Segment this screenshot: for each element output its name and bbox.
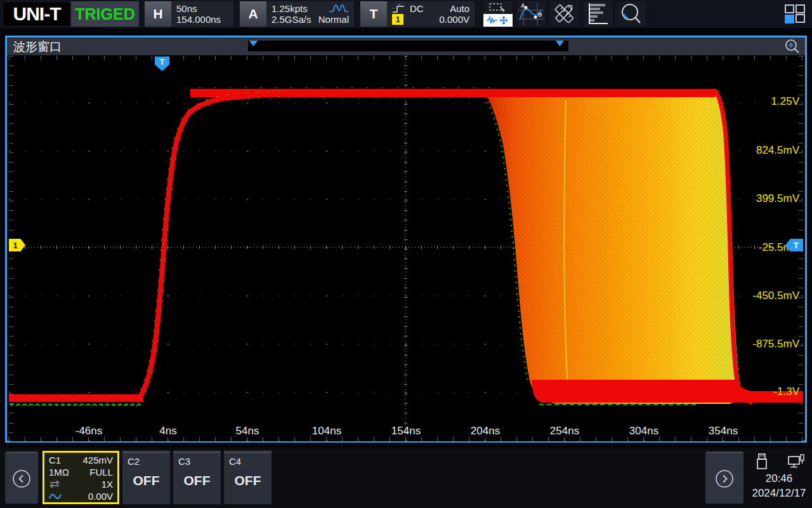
channel3-card[interactable]: C3 OFF — [173, 451, 221, 504]
measure-button[interactable] — [549, 1, 579, 27]
cursor-button[interactable]: A B — [516, 1, 546, 27]
measure-icon — [552, 3, 576, 25]
select-move-button[interactable] — [483, 1, 513, 27]
svg-text:B: B — [538, 11, 542, 18]
search-icon — [619, 2, 643, 26]
voltage-label: 1.25V — [710, 95, 799, 108]
trigger-coupling: DC — [410, 3, 424, 14]
channel1-probe: 1X — [102, 479, 113, 490]
acquire-settings-button[interactable]: A 1.25kpts 2.5GSa/s Normal — [240, 1, 354, 27]
channel2-name: C2 — [122, 453, 170, 467]
clock-date: 2024/12/17 — [749, 487, 809, 500]
time-label: 4ns — [136, 425, 200, 438]
channel1-marker-label: 1 — [13, 241, 17, 250]
channel3-state: OFF — [173, 473, 221, 488]
trigger-sweep-mode: Auto — [450, 3, 469, 14]
coupling-icon — [49, 481, 60, 488]
voltage-label: -1.3V — [710, 385, 799, 398]
system-status-block[interactable]: 20:46 2024/12/17 — [749, 451, 809, 505]
brand-logo: UNI-T — [4, 3, 70, 25]
voltage-label: -875.5mV — [710, 338, 799, 351]
horizontal-scale: 50ns — [176, 3, 221, 14]
chevron-right-icon — [715, 469, 734, 488]
trigger-level-value: 0.000V — [439, 14, 469, 25]
time-label: 54ns — [216, 425, 279, 438]
time-label: 104ns — [295, 425, 358, 438]
trigger-position-marker-label: T — [160, 57, 165, 67]
waveform-move-icon — [485, 15, 511, 25]
time-label: 354ns — [691, 425, 755, 438]
time-label: 254ns — [533, 425, 596, 438]
acquire-mode: Normal — [318, 14, 349, 25]
voltage-label: 399.5mV — [710, 192, 799, 205]
position-right-triangle-icon[interactable] — [556, 41, 564, 46]
trigger-settings-button[interactable]: T T DC 1 Auto 0.000V — [360, 1, 475, 27]
channel4-state: OFF — [224, 473, 272, 488]
horizontal-key-label: H — [145, 1, 171, 27]
time-label: -46ns — [57, 425, 121, 438]
trigger-key-label: T — [360, 1, 387, 27]
horizontal-position-bar[interactable] — [248, 41, 568, 51]
lan-monitor-icon — [788, 453, 804, 470]
memory-depth: 1.25kpts — [272, 3, 311, 14]
sample-rate: 2.5GSa/s — [272, 14, 311, 25]
search-button[interactable] — [617, 1, 646, 27]
time-label: 154ns — [374, 425, 438, 438]
oscilloscope-screen: UNI-T TRIGED H 50ns 154.000ns A 1.25kpts… — [0, 0, 812, 508]
channel-bar-prev-button[interactable] — [5, 451, 38, 504]
channel-bar-next-button[interactable] — [705, 451, 743, 504]
histogram-button[interactable] — [584, 1, 613, 27]
channel1-name: C1 — [49, 455, 61, 465]
window-layout-icon — [784, 4, 806, 24]
voltage-label: 824.5mV — [710, 144, 799, 157]
trigger-level-marker-label: T — [794, 241, 799, 250]
window-title: 波形窗口 — [13, 39, 62, 55]
zoom-in-icon — [783, 39, 800, 54]
sine-icon — [49, 493, 62, 500]
voltage-label: -450.5mV — [710, 290, 799, 302]
svg-text:A: A — [521, 3, 525, 9]
acquire-key-label: A — [240, 1, 266, 27]
channel2-card[interactable]: C2 OFF — [122, 451, 170, 504]
channel1-bandwidth: FULL — [89, 467, 113, 478]
trigger-slope-icon: T — [392, 4, 406, 14]
channel1-waveform-trace — [9, 56, 803, 441]
channel3-name: C3 — [173, 453, 221, 467]
horizontal-position: 154.000ns — [176, 14, 221, 25]
channel1-card[interactable]: C1 425mV 1MΩ FULL 1X 0.00V — [43, 451, 119, 504]
waveform-window-titlebar: 波形窗口 — [7, 37, 805, 55]
usb-icon — [755, 453, 769, 470]
chevron-left-icon — [12, 469, 31, 488]
time-label: 304ns — [612, 425, 676, 438]
window-layout-button[interactable] — [784, 4, 806, 24]
channel1-impedance: 1MΩ — [49, 467, 69, 478]
channel1-offset: 0.00V — [88, 491, 113, 502]
cursor-ab-icon: A B — [518, 3, 544, 25]
channel4-card[interactable]: C4 OFF — [224, 451, 272, 504]
top-toolbar: UNI-T TRIGED H 50ns 154.000ns A 1.25kpts… — [0, 0, 812, 28]
time-label: 204ns — [454, 425, 517, 438]
channel1-scale: 425mV — [82, 455, 113, 465]
clock-time: 20:46 — [749, 472, 809, 485]
position-left-triangle-icon[interactable] — [249, 41, 258, 46]
voltage-label: -25.5mV — [710, 241, 799, 254]
channel-bar: C1 425mV 1MΩ FULL 1X 0.00V — [0, 448, 812, 508]
svg-text:T: T — [398, 4, 401, 7]
horizontal-settings-button[interactable]: H 50ns 154.000ns — [145, 1, 233, 27]
zoom-in-button[interactable] — [783, 39, 800, 54]
histogram-icon — [586, 3, 610, 25]
channel4-name: C4 — [224, 453, 272, 467]
trigger-source-badge: 1 — [392, 14, 403, 25]
channel2-state: OFF — [122, 473, 170, 488]
acquire-waveform-icon — [329, 3, 349, 13]
selection-box-icon — [488, 3, 508, 13]
trigger-status-badge: TRIGED — [71, 1, 139, 27]
